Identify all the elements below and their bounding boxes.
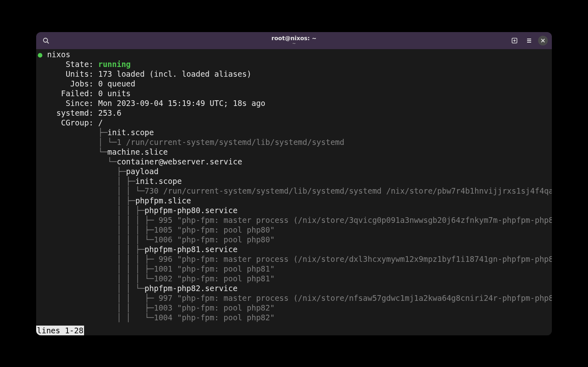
- tree-cmd: /run/current-system/systemd/lib/systemd/…: [121, 138, 344, 147]
- tree-pid: 996: [154, 255, 173, 263]
- tree-node: init.scope: [108, 128, 154, 137]
- tree-cmd: "php-fpm: pool php82": [173, 303, 275, 312]
- tree-pid: 1001: [154, 264, 173, 273]
- tree-cmd: "php-fpm: master process (/nix/store/nfs…: [173, 294, 552, 302]
- tree-cmd: /run/current-system/systemd/lib/systemd/…: [158, 186, 552, 195]
- units-label: Units:: [66, 69, 94, 78]
- svg-line-1: [47, 42, 49, 43]
- tree-cmd: "php-fpm: pool php81": [173, 264, 275, 273]
- terminal-window: root@nixos: ~ ~: [36, 32, 552, 335]
- tree-cmd: "php-fpm: pool php80": [173, 235, 275, 244]
- failed-value: 0 units: [98, 89, 131, 98]
- window-title: root@nixos: ~: [272, 35, 317, 41]
- tree-cmd: "php-fpm: pool php81": [173, 274, 275, 283]
- cgroup-label: CGroup:: [61, 118, 93, 127]
- menu-icon[interactable]: [523, 35, 535, 46]
- jobs-value: 0 queued: [98, 79, 136, 88]
- since-value: Mon 2023-09-04 15:19:49 UTC; 18s ago: [98, 99, 266, 108]
- tree-pid: 730: [145, 186, 158, 195]
- new-tab-icon[interactable]: [509, 35, 520, 46]
- tree-node: phpfpm-php80.service: [145, 206, 238, 215]
- terminal-output[interactable]: ● nixos State: running Units: 173 loaded…: [36, 49, 552, 335]
- tree-node: init.scope: [135, 177, 182, 186]
- cgroup-value: /: [98, 118, 103, 127]
- tree-node: container@webserver.service: [117, 157, 242, 166]
- tree-cmd: "php-fpm: pool php82": [173, 313, 275, 322]
- systemd-label: systemd:: [56, 108, 94, 117]
- search-icon[interactable]: [40, 35, 52, 46]
- failed-label: Failed:: [61, 89, 93, 98]
- tree-pid: 1002: [154, 274, 173, 283]
- tree-pid: 997: [154, 294, 173, 302]
- since-label: Since:: [66, 99, 94, 108]
- tree-node: phpfpm.slice: [135, 196, 191, 205]
- tree-pid: 1: [117, 138, 121, 147]
- units-value: 173 loaded (incl. loaded aliases): [98, 69, 252, 78]
- window-subtitle: ~: [292, 41, 296, 46]
- pager-status: lines 1-28: [36, 326, 84, 335]
- tree-cmd: "php-fpm: master process (/nix/store/3qv…: [173, 216, 552, 225]
- close-icon[interactable]: [538, 36, 548, 45]
- tree-cmd: "php-fpm: pool php80": [173, 225, 275, 234]
- tree-node: phpfpm-php81.service: [145, 245, 238, 254]
- tree-cmd: "php-fpm: master process (/nix/store/dxl…: [173, 255, 552, 263]
- tree-node: machine.slice: [108, 147, 168, 156]
- titlebar: root@nixos: ~ ~: [36, 32, 552, 49]
- tree-pid: 1006: [154, 235, 173, 244]
- tree-pid: 995: [154, 216, 173, 225]
- tree-node: phpfpm-php82.service: [145, 284, 238, 293]
- jobs-label: Jobs:: [70, 79, 93, 88]
- tree-pid: 1003: [154, 303, 173, 312]
- tree-node: payload: [126, 167, 158, 176]
- hostname: nixos: [47, 50, 70, 59]
- svg-point-0: [43, 38, 48, 42]
- tree-pid: 1005: [154, 225, 173, 234]
- systemd-value: 253.6: [98, 108, 121, 117]
- tree-pid: 1004: [154, 313, 173, 322]
- state-label: State:: [66, 60, 94, 69]
- state-value: running: [98, 60, 131, 69]
